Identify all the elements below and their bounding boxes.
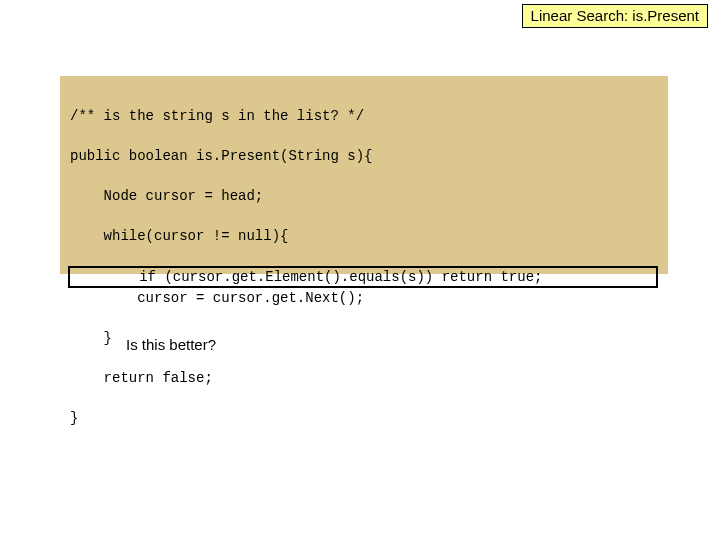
code-line-2: public boolean is.Present(String s){ bbox=[70, 146, 658, 166]
slide-container: Linear Search: is.Present /** is the str… bbox=[0, 0, 720, 540]
code-line-1: /** is the string s in the list? */ bbox=[70, 106, 658, 126]
code-line-6: cursor = cursor.get.Next(); bbox=[70, 288, 658, 308]
code-line-3: Node cursor = head; bbox=[70, 186, 658, 206]
code-line-8: return false; bbox=[70, 368, 658, 388]
code-block: /** is the string s in the list? */ publ… bbox=[60, 76, 668, 274]
slide-title: Linear Search: is.Present bbox=[522, 4, 708, 28]
code-line-5-highlight: if (cursor.get.Element().equals(s)) retu… bbox=[68, 266, 658, 288]
code-line-9: } bbox=[70, 408, 658, 428]
code-line-4: while(cursor != null){ bbox=[70, 226, 658, 246]
question-text: Is this better? bbox=[126, 336, 216, 353]
